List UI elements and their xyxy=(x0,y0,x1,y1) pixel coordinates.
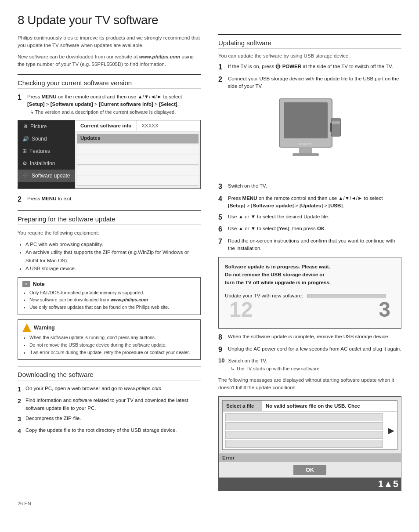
tv-menu-rows: Updates xyxy=(75,131,200,188)
error-arrow-icon: ▶ xyxy=(386,423,397,438)
updating-step-2: 2 Connect your USB storage device with t… xyxy=(218,75,401,90)
page-title: 8 Update your TV software xyxy=(18,13,401,27)
dl-step-2: 2 Find information and software related … xyxy=(18,397,201,412)
note-icon: ≡ xyxy=(22,281,30,287)
updating-step-4: 4 Press MENU on the remote control and t… xyxy=(218,195,401,210)
plus-icon: ➕ xyxy=(22,173,29,179)
error-dialog: Select a file No valid software file on … xyxy=(218,396,401,491)
updating-steps-8: 8 When the software update is complete, … xyxy=(218,333,401,372)
menu-item-sound: 🔊 Sound xyxy=(18,133,75,145)
error-list-item-1 xyxy=(225,413,383,421)
gear-icon: ⚙ xyxy=(22,160,27,166)
menu-item-features: ⊞ Features xyxy=(18,145,75,157)
warning-item-3: If an error occurs during the update, re… xyxy=(29,349,196,356)
download-steps: 1 On your PC, open a web browser and go … xyxy=(18,385,201,436)
tv-menu-tabs: Current software info XXXXX xyxy=(75,120,200,131)
warning-item-2: Do not remove the USB storage device dur… xyxy=(29,341,196,349)
menu-item-installation: ⚙ Installation xyxy=(18,157,75,170)
prepare-item-2: An archive utility that supports the ZIP… xyxy=(25,248,201,264)
features-icon: ⊞ xyxy=(22,148,27,154)
error-footer: Error xyxy=(219,453,401,462)
prepare-intro: You require the following equipment: xyxy=(18,229,201,237)
progress-nums: 12 3 xyxy=(225,300,395,323)
error-dialog-body: ▶ xyxy=(223,412,397,449)
error-select-label: Select a file xyxy=(223,401,262,411)
progress-bar-track xyxy=(307,294,386,298)
menu-row-2 xyxy=(77,145,199,154)
intro-para-2: New software can be downloaded from our … xyxy=(18,53,201,69)
svg-rect-2 xyxy=(299,147,312,153)
updating-step-5: 5 Use ▲ or ▼ to select the desired Updat… xyxy=(218,213,401,222)
check-steps: 1 Press MENU on the remote control and t… xyxy=(18,93,201,116)
tv-menu-right: Current software info XXXXX Updates xyxy=(75,120,200,188)
progress-num-left: 12 xyxy=(229,299,253,320)
ok-button-row: OK xyxy=(219,462,401,478)
progress-text: Software update is in progress. Please w… xyxy=(225,263,395,287)
error-dialog-inner: Select a file No valid software file on … xyxy=(222,400,397,450)
svg-rect-1 xyxy=(284,102,328,138)
following-note: The following messages are displayed wit… xyxy=(218,376,401,392)
note-item-2: New software can be downloaded from www.… xyxy=(29,296,196,304)
warning-list: When the software update is running, don… xyxy=(22,334,196,356)
updating-step-8: 8 When the software update is complete, … xyxy=(218,333,401,342)
updating-step-1: 1 If the TV is on, press ⏻ POWER at the … xyxy=(218,63,401,72)
page-number: 26 EN xyxy=(18,501,401,506)
note-item-1: Only FAT/DOS-formatted portable memory i… xyxy=(29,289,196,297)
right-column: Updating software You can update the sof… xyxy=(218,34,401,497)
updating-step-9: 9 Unplug the AC power cord for a few sec… xyxy=(218,345,401,355)
updating-steps-3: 3 Switch on the TV. 4 Press MENU on the … xyxy=(218,182,401,252)
error-file-list xyxy=(223,412,386,449)
bottom-num-bar: 1▲5 xyxy=(219,478,401,491)
error-dialog-top-row: Select a file No valid software file on … xyxy=(223,401,397,412)
note-item-3: Use only software updates that can be fo… xyxy=(29,304,196,311)
check-step-2: 2 Press MENU to exit. xyxy=(18,195,201,204)
updating-step-10: 10 Switch on the TV. The TV starts up wi… xyxy=(218,357,401,372)
note-header: ≡ Note xyxy=(22,281,196,287)
note-box: ≡ Note Only FAT/DOS-formatted portable m… xyxy=(18,277,201,315)
menu-row-4 xyxy=(77,166,199,175)
dl-step-3: 3 Decompress the ZIP-file. xyxy=(18,415,201,424)
svg-rect-6 xyxy=(330,123,332,132)
warning-icon xyxy=(22,323,31,332)
sound-icon: 🔊 xyxy=(22,136,29,142)
error-list-item-3 xyxy=(225,431,383,439)
menu-item-software-update: ➕ Software update xyxy=(18,170,75,182)
updating-title: Updating software xyxy=(218,39,401,49)
section-prepare-title: Preparing for the software update xyxy=(18,215,201,225)
warning-box: Warning When the software update is runn… xyxy=(18,319,201,360)
picture-icon: 🖥 xyxy=(22,123,28,130)
check-step-1: 1 Press MENU on the remote control and t… xyxy=(18,93,201,116)
tv-usb-svg: PHILIPS xyxy=(275,94,345,178)
svg-rect-3 xyxy=(293,153,319,156)
menu-row-5 xyxy=(77,176,199,186)
prepare-item-3: A USB storage device. xyxy=(25,264,201,272)
menu-item-picture: 🖥 Picture xyxy=(18,120,75,133)
warning-header: Warning xyxy=(22,323,196,332)
prepare-item-1: A PC with web browsing capability. xyxy=(25,240,201,248)
prepare-items: A PC with web browsing capability. An ar… xyxy=(18,240,201,273)
updating-step-3: 3 Switch on the TV. xyxy=(218,182,401,192)
menu-row-3 xyxy=(77,155,199,165)
warning-item-1: When the software update is running, don… xyxy=(29,334,196,341)
menu-row-updates: Updates xyxy=(77,134,199,144)
intro-para-1: Philips continuously tries to improve it… xyxy=(18,34,201,50)
tab-xxxxx: XXXXX xyxy=(137,120,163,131)
error-list-item-2 xyxy=(225,422,383,430)
error-list-item-4 xyxy=(225,440,383,448)
svg-text:PHILIPS: PHILIPS xyxy=(299,142,312,146)
note-list: Only FAT/DOS-formatted portable memory i… xyxy=(22,289,196,311)
updating-intro: You can update the software by using USB… xyxy=(218,53,401,58)
progress-num-right: 3 xyxy=(379,299,390,320)
error-message: No valid software file on the USB. Chec xyxy=(262,401,397,411)
ok-button[interactable]: OK xyxy=(293,465,327,475)
bottom-num-text: 1▲5 xyxy=(378,478,398,490)
tv-menu-mockup: 🖥 Picture 🔊 Sound ⊞ Features ⚙ Installat… xyxy=(18,120,201,189)
tv-menu-left: 🖥 Picture 🔊 Sound ⊞ Features ⚙ Installat… xyxy=(18,120,75,188)
dl-step-4: 4 Copy the update file to the root direc… xyxy=(18,427,201,436)
left-column: Philips continuously tries to improve it… xyxy=(18,34,201,497)
section-check-title: Checking your current software version xyxy=(18,79,201,89)
section-updating: Updating software You can update the sof… xyxy=(218,39,401,491)
dl-step-1: 1 On your PC, open a web browser and go … xyxy=(18,385,201,394)
updating-steps-1: 1 If the TV is on, press ⏻ POWER at the … xyxy=(218,63,401,90)
page: 8 Update your TV software Philips contin… xyxy=(18,13,401,506)
